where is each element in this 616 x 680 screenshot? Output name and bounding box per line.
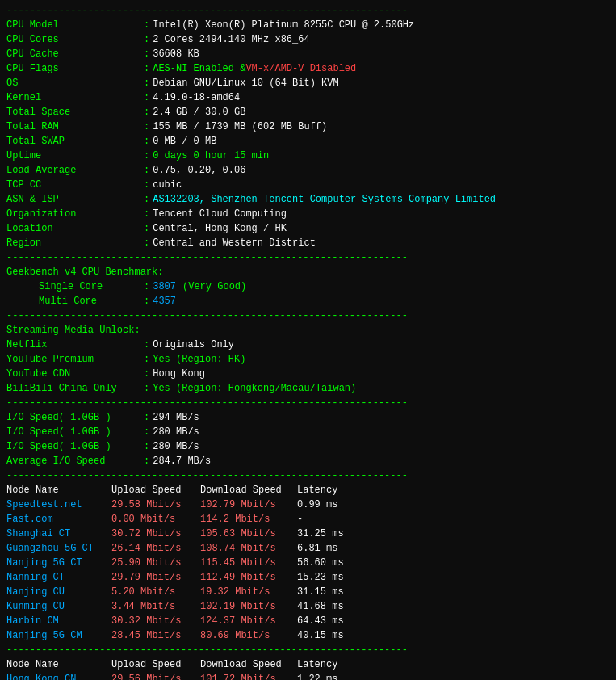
tcp-label: TCP CC	[6, 178, 144, 192]
cpu-flags-part1: AES-NI Enabled &	[153, 61, 245, 76]
cpu-cache-val: 36608 KB	[153, 47, 199, 61]
space-label: Total Space	[6, 105, 144, 120]
os-val: Debian GNU/Linux 10 (64 Bit) KVM	[153, 76, 338, 90]
upload-cell: 26.14 Mbit/s	[111, 541, 200, 556]
youtube-val: Yes (Region: HK)	[153, 352, 245, 367]
terminal-container: ----------------------------------------…	[6, 3, 610, 680]
loc-label: Location	[6, 221, 144, 236]
download-cell: 101.72 Mbit/s	[200, 672, 297, 680]
speedtest1-table: Node Name Upload Speed Download Speed La…	[6, 483, 610, 643]
bili-val: Yes (Region: Hongkong/Macau/Taiwan)	[153, 381, 356, 396]
table-row: Nanjing CU5.20 Mbit/s19.32 Mbit/s31.15 m…	[6, 585, 610, 599]
divider-5: ----------------------------------------…	[6, 643, 610, 657]
download-cell: 19.32 Mbit/s	[200, 585, 297, 599]
streaming-section: Streaming Media Unlock: Netflix:Original…	[6, 323, 610, 396]
upload-cell: 28.45 Mbit/s	[111, 628, 200, 643]
node-name-cell: Hong Kong CN	[6, 672, 111, 680]
cpu-cores-val: 2 Cores 2494.140 MHz x86_64	[153, 32, 309, 47]
divider-2: ----------------------------------------…	[6, 309, 610, 323]
load-val: 0.75, 0.20, 0.06	[153, 163, 245, 178]
table-row: Nanjing 5G CT25.90 Mbit/s115.45 Mbit/s56…	[6, 556, 610, 570]
cpu-model-label: CPU Model	[6, 18, 144, 32]
node-name-cell: Harbin CM	[6, 614, 111, 628]
header-latency2: Latency	[297, 657, 610, 672]
io3-label: I/O Speed( 1.0GB )	[6, 439, 144, 454]
header-upload1: Upload Speed	[111, 483, 200, 497]
latency-cell: 31.15 ms	[297, 585, 610, 599]
netflix-label: Netflix	[6, 338, 144, 352]
speedtest2-header: Node Name Upload Speed Download Speed La…	[6, 657, 610, 672]
header-node1: Node Name	[6, 483, 111, 497]
node-name-cell: Nanjing 5G CT	[6, 556, 111, 570]
speedtest1-header: Node Name Upload Speed Download Speed La…	[6, 483, 610, 497]
download-cell: 80.69 Mbit/s	[200, 628, 297, 643]
node-name-cell: Guangzhou 5G CT	[6, 541, 111, 556]
top-divider: ----------------------------------------…	[6, 3, 610, 18]
download-cell: 124.37 Mbit/s	[200, 614, 297, 628]
cpu-flags-part2: VM-x/AMD-V Disabled	[245, 61, 356, 76]
ram-label: Total RAM	[6, 120, 144, 134]
table-row: Harbin CM30.32 Mbit/s124.37 Mbit/s64.43 …	[6, 614, 610, 628]
geekbench-section: Geekbench v4 CPU Benchmark: Single Core …	[6, 265, 610, 309]
table-row: Fast.com0.00 Mbit/s114.2 Mbit/s-	[6, 512, 610, 527]
latency-cell: 41.68 ms	[297, 599, 610, 614]
org-val: Tencent Cloud Computing	[153, 207, 287, 221]
node-name-cell: Kunming CU	[6, 599, 111, 614]
upload-cell: 3.44 Mbit/s	[111, 599, 200, 614]
single-core-note: (Very Good)	[182, 279, 246, 294]
header-node2: Node Name	[6, 657, 111, 672]
org-label: Organization	[6, 207, 144, 221]
space-val: 2.4 GB / 30.0 GB	[153, 105, 245, 120]
avg-label: Average I/O Speed	[6, 454, 144, 468]
io1-val: 294 MB/s	[153, 410, 199, 425]
header-download1: Download Speed	[200, 483, 297, 497]
uptime-val: 0 days 0 hour 15 min	[153, 149, 269, 163]
geekbench-title: Geekbench v4 CPU Benchmark:	[6, 265, 610, 279]
download-cell: 102.19 Mbit/s	[200, 599, 297, 614]
latency-cell: 1.22 ms	[297, 672, 610, 680]
node-name-cell: Nanning CT	[6, 570, 111, 585]
header-download2: Download Speed	[200, 657, 297, 672]
node-name-cell: Nanjing CU	[6, 585, 111, 599]
cpu-cores-label: CPU Cores	[6, 32, 144, 47]
load-label: Load Average	[6, 163, 144, 178]
kernel-val: 4.19.0-18-amd64	[153, 90, 240, 105]
speedtest2-table: Node Name Upload Speed Download Speed La…	[6, 657, 610, 680]
latency-cell: 40.15 ms	[297, 628, 610, 643]
divider-1: ----------------------------------------…	[6, 250, 610, 265]
table-row: Kunming CU3.44 Mbit/s102.19 Mbit/s41.68 …	[6, 599, 610, 614]
upload-cell: 29.56 Mbit/s	[111, 672, 200, 680]
download-cell: 102.79 Mbit/s	[200, 497, 297, 512]
cpu-flags-label: CPU Flags	[6, 61, 144, 76]
table-row: Guangzhou 5G CT26.14 Mbit/s108.74 Mbit/s…	[6, 541, 610, 556]
latency-cell: 0.99 ms	[297, 497, 610, 512]
latency-cell: 15.23 ms	[297, 570, 610, 585]
region-val: Central and Western District	[153, 236, 316, 250]
youtube-label: YouTube Premium	[6, 352, 144, 367]
node-name-cell: Speedtest.net	[6, 497, 111, 512]
table-row: Nanning CT29.79 Mbit/s112.49 Mbit/s15.23…	[6, 570, 610, 585]
upload-cell: 0.00 Mbit/s	[111, 512, 200, 527]
swap-val: 0 MB / 0 MB	[153, 134, 216, 149]
single-core-label: Single Core	[39, 279, 144, 294]
streaming-title: Streaming Media Unlock:	[6, 323, 610, 338]
ram-val: 155 MB / 1739 MB (602 MB Buff)	[153, 120, 327, 134]
netflix-val: Originals Only	[153, 338, 234, 352]
download-cell: 105.63 Mbit/s	[200, 527, 297, 541]
node-name-cell: Fast.com	[6, 512, 111, 527]
io3-val: 280 MB/s	[153, 439, 199, 454]
upload-cell: 29.58 Mbit/s	[111, 497, 200, 512]
multi-core-label: Multi Core	[39, 294, 144, 309]
divider-4: ----------------------------------------…	[6, 468, 610, 483]
cpu-model-val: Intel(R) Xeon(R) Platinum 8255C CPU @ 2.…	[153, 18, 414, 32]
cpu-cache-label: CPU Cache	[6, 47, 144, 61]
table-row: Hong Kong CN29.56 Mbit/s101.72 Mbit/s1.2…	[6, 672, 610, 680]
header-latency1: Latency	[297, 483, 610, 497]
os-label: OS	[6, 76, 144, 90]
latency-cell: 64.43 ms	[297, 614, 610, 628]
table-row: Speedtest.net29.58 Mbit/s102.79 Mbit/s0.…	[6, 497, 610, 512]
tcp-val: cubic	[153, 178, 182, 192]
upload-cell: 30.72 Mbit/s	[111, 527, 200, 541]
table-row: Nanjing 5G CM28.45 Mbit/s80.69 Mbit/s40.…	[6, 628, 610, 643]
io-section: I/O Speed( 1.0GB ):294 MB/s I/O Speed( 1…	[6, 410, 610, 468]
